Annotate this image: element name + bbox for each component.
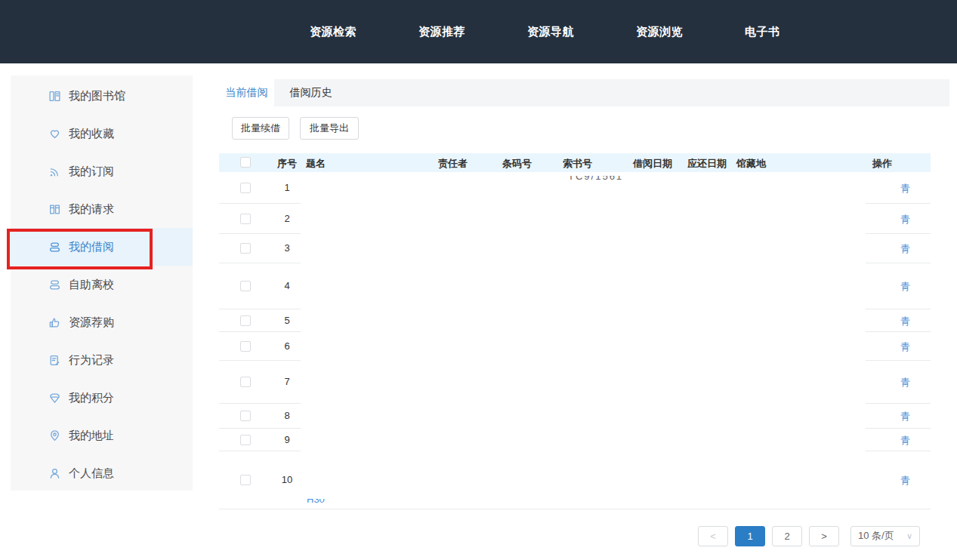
sidebar-item-resource-recommendation[interactable]: 资源荐购 <box>11 303 193 341</box>
chevron-down-icon: ∨ <box>906 531 912 541</box>
row-action-link[interactable]: 青 <box>900 182 910 195</box>
row-checkbox[interactable] <box>240 214 251 224</box>
nav-resource-search[interactable]: 资源检索 <box>310 25 357 39</box>
tab-current-borrowing[interactable]: 当前借阅 <box>219 79 274 106</box>
table-header: 序号 题名 责任者 条码号 索书号 借阅日期 应还日期 馆藏地 操作 <box>219 153 931 172</box>
row-action-link[interactable]: 青 <box>900 376 910 389</box>
select-all-checkbox[interactable] <box>240 157 251 168</box>
row-checkbox[interactable] <box>240 281 251 291</box>
sidebar-item-label: 我的收藏 <box>69 127 114 141</box>
sidebar-item-label: 资源荐购 <box>69 315 114 330</box>
next-page-button[interactable]: > <box>809 526 839 546</box>
row-checkbox[interactable] <box>240 341 251 352</box>
library-icon <box>48 90 61 103</box>
row-action-link[interactable]: 青 <box>900 315 910 328</box>
sidebar-item-my-favorites[interactable]: 我的收藏 <box>11 115 193 152</box>
column-header-action: 操作 <box>872 157 892 171</box>
row-action-link[interactable]: 青 <box>900 410 910 423</box>
row-checkbox[interactable] <box>240 315 251 326</box>
sidebar-item-my-address[interactable]: 我的地址 <box>11 417 193 454</box>
sidebar-item-label: 我的图书馆 <box>69 89 125 103</box>
row-index: 1 <box>273 182 301 193</box>
leave-school-icon <box>48 278 61 291</box>
column-header-title: 题名 <box>306 157 326 171</box>
row-index: 6 <box>273 340 301 352</box>
row-checkbox[interactable] <box>240 377 251 387</box>
call-number-remnant: TC9/1561 <box>568 176 631 182</box>
sidebar-item-personal-info[interactable]: 个人信息 <box>11 454 193 492</box>
column-header-call-number: 索书号 <box>563 157 592 171</box>
column-header-due-date: 应还日期 <box>687 157 727 171</box>
batch-renew-button[interactable]: 批量续借 <box>232 117 289 140</box>
sidebar-item-self-checkout[interactable]: 自助离校 <box>11 266 193 303</box>
sidebar-item-label: 自助离校 <box>69 278 114 292</box>
nav-ebook[interactable]: 电子书 <box>745 25 780 39</box>
sidebar: 我的图书馆 我的收藏 我的订阅 我的请求 我的借阅 <box>11 75 193 491</box>
row-index: 2 <box>273 213 301 224</box>
sidebar-item-my-subscriptions[interactable]: 我的订阅 <box>11 152 193 190</box>
batch-export-button[interactable]: 批量导出 <box>300 117 359 140</box>
row-checkbox[interactable] <box>240 411 251 421</box>
location-pin-icon <box>48 429 61 442</box>
row-action-link[interactable]: 青 <box>900 213 910 226</box>
record-icon <box>48 354 61 367</box>
row-checkbox[interactable] <box>240 475 251 485</box>
row-checkbox[interactable] <box>240 183 251 193</box>
page-button-2[interactable]: 2 <box>772 526 802 546</box>
title-link-remnant: H30 <box>307 499 340 505</box>
sidebar-item-label: 我的地址 <box>69 429 114 443</box>
row-index: 7 <box>273 376 301 387</box>
sidebar-item-label: 行为记录 <box>69 353 114 368</box>
sidebar-item-my-requests[interactable]: 我的请求 <box>11 190 193 228</box>
pagination: < 1 2 > 10 条/页 ∨ <box>219 525 920 546</box>
page: 资源检索 资源推荐 资源导航 资源浏览 电子书 我的图书馆 我的收藏 我的订阅 <box>0 0 957 560</box>
row-action-link[interactable]: 青 <box>900 242 910 256</box>
column-header-index: 序号 <box>273 157 301 171</box>
sidebar-item-label: 我的请求 <box>69 202 114 217</box>
row-index: 8 <box>273 410 301 421</box>
top-nav: 资源检索 资源推荐 资源导航 资源浏览 电子书 <box>0 0 957 63</box>
heart-icon <box>48 128 61 140</box>
borrowing-table: 序号 题名 责任者 条码号 索书号 借阅日期 应还日期 馆藏地 操作 1 青 2… <box>219 153 931 509</box>
redaction-overlay <box>301 172 866 509</box>
tab-bar: 当前借阅 借阅历史 <box>219 79 949 106</box>
nav-resource-recommend[interactable]: 资源推荐 <box>418 25 465 39</box>
row-action-link[interactable]: 青 <box>900 474 910 488</box>
sidebar-item-activity-record[interactable]: 行为记录 <box>11 341 193 379</box>
row-index: 5 <box>273 315 301 326</box>
thumbs-up-icon <box>48 316 61 329</box>
requests-icon <box>48 203 61 216</box>
sidebar-item-my-borrowing[interactable]: 我的借阅 <box>11 228 193 266</box>
nav-resource-guide[interactable]: 资源导航 <box>527 25 574 39</box>
tab-borrowing-history[interactable]: 借阅历史 <box>274 79 347 106</box>
row-action-link[interactable]: 青 <box>900 340 910 354</box>
sidebar-item-label: 个人信息 <box>69 466 114 481</box>
person-icon <box>48 467 61 480</box>
sidebar-item-my-points[interactable]: 我的积分 <box>11 379 193 417</box>
rss-icon <box>48 165 61 178</box>
sidebar-item-label: 我的订阅 <box>69 165 114 179</box>
row-index: 4 <box>273 280 301 291</box>
column-header-barcode: 条码号 <box>502 157 532 171</box>
nav-resource-browse[interactable]: 资源浏览 <box>636 25 683 39</box>
sidebar-item-my-library[interactable]: 我的图书馆 <box>11 77 193 115</box>
row-index: 10 <box>273 474 301 485</box>
row-action-link[interactable]: 青 <box>900 280 910 294</box>
column-header-location: 馆藏地 <box>736 157 766 171</box>
column-header-borrow-date: 借阅日期 <box>633 157 672 171</box>
row-index: 3 <box>273 242 301 254</box>
borrow-books-icon <box>48 241 61 254</box>
row-action-link[interactable]: 青 <box>900 434 910 448</box>
column-header-author: 责任者 <box>438 157 468 171</box>
page-size-select[interactable]: 10 条/页 ∨ <box>850 526 920 546</box>
row-checkbox[interactable] <box>240 243 251 254</box>
sidebar-item-label: 我的积分 <box>69 391 114 405</box>
row-checkbox[interactable] <box>240 435 251 445</box>
page-button-1[interactable]: 1 <box>735 526 765 546</box>
page-size-value: 10 条/页 <box>858 529 894 543</box>
row-index: 9 <box>273 434 301 445</box>
prev-page-button[interactable]: < <box>698 526 728 546</box>
sidebar-item-label: 我的借阅 <box>69 240 114 254</box>
points-badge-icon <box>48 392 61 405</box>
